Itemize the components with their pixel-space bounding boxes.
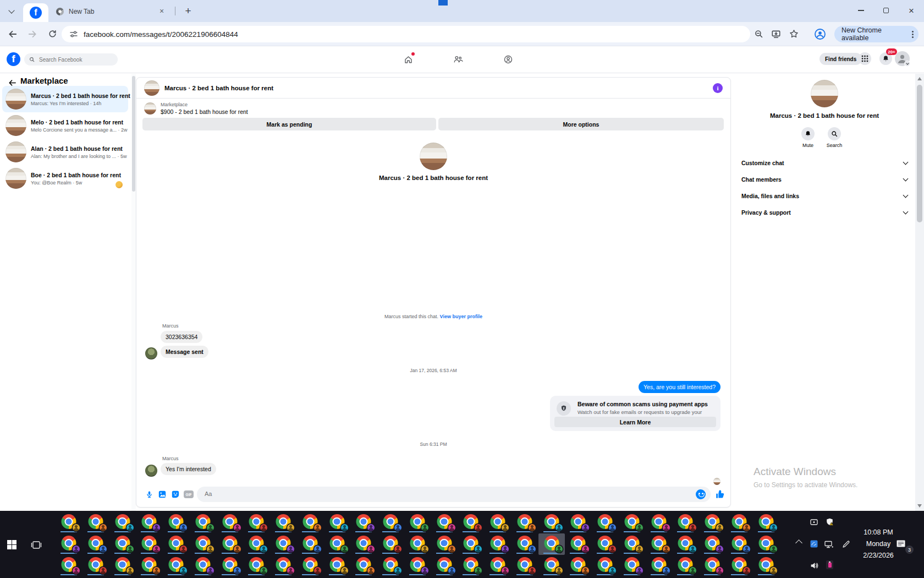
close-button[interactable]: × [899, 0, 924, 21]
taskbar-chrome-window[interactable] [726, 533, 752, 555]
taskbar-chrome-window[interactable] [377, 533, 404, 555]
taskbar-chrome-window[interactable] [243, 555, 270, 576]
taskbar-chrome-window[interactable] [190, 512, 216, 533]
taskbar-chrome-window[interactable] [753, 533, 779, 555]
message-input-pill[interactable] [197, 487, 711, 502]
back-button[interactable] [6, 27, 20, 41]
tray-network-icon[interactable] [824, 539, 834, 549]
start-button[interactable] [7, 540, 16, 549]
taskbar-chrome-window[interactable] [538, 533, 565, 555]
taskbar-chrome-window[interactable] [270, 555, 296, 576]
taskbar-chrome-window[interactable] [270, 533, 296, 555]
find-friends-button[interactable]: Find friends [820, 53, 862, 65]
taskbar-chrome-window[interactable] [431, 512, 458, 533]
taskbar-chrome-window[interactable] [82, 533, 109, 555]
taskbar-chrome-window[interactable] [136, 555, 162, 576]
taskbar-chrome-window[interactable] [592, 555, 618, 576]
taskbar-chrome-window[interactable] [512, 533, 538, 555]
message-input[interactable] [204, 490, 614, 498]
conversation-item[interactable]: Melo · 2 bed 1 bath house for rentMelo C… [2, 112, 128, 139]
section-customize-chat[interactable]: Customize chat [734, 155, 915, 171]
listing-summary[interactable]: Marketplace $900 - 2 bed 1 bath house fo… [144, 102, 248, 115]
taskbar-chrome-window[interactable] [56, 533, 82, 555]
mark-as-pending-button[interactable]: Mark as pending [142, 118, 436, 130]
taskbar-chrome-window[interactable] [485, 555, 511, 576]
taskbar-chrome-window[interactable] [163, 512, 189, 533]
conversation-item[interactable]: Boe · 2 bed 1 bath house for rentYou: @B… [2, 165, 128, 192]
maximize-button[interactable] [873, 0, 899, 21]
section-privacy-support[interactable]: Privacy & support [734, 204, 915, 221]
tray-app-icon[interactable] [810, 539, 818, 548]
forward-button[interactable] [25, 27, 40, 41]
scroll-down-arrow[interactable] [917, 504, 922, 508]
scrollbar-thumb[interactable] [132, 76, 135, 192]
taskbar-chrome-window[interactable] [190, 533, 216, 555]
taskbar-chrome-window[interactable] [619, 533, 645, 555]
taskbar-chrome-window[interactable] [672, 533, 698, 555]
taskbar-chrome-window[interactable] [672, 555, 698, 576]
conversation-item[interactable]: Alan · 2 bed 1 bath house for rentAlan: … [2, 139, 128, 165]
taskbar-chrome-window[interactable] [565, 533, 591, 555]
taskbar-chrome-window[interactable] [56, 512, 82, 533]
taskbar-chrome-window[interactable] [163, 555, 189, 576]
taskbar-chrome-window[interactable] [109, 555, 136, 576]
more-options-button[interactable]: More options [438, 118, 724, 130]
taskbar-chrome-window[interactable] [190, 555, 216, 576]
incoming-message-bubble[interactable]: 3023636354 [161, 331, 202, 343]
taskbar-chrome-window[interactable] [646, 533, 672, 555]
taskbar-chrome-window[interactable] [538, 512, 565, 533]
taskbar-chrome-window[interactable] [82, 512, 109, 533]
taskbar-chrome-window[interactable] [217, 533, 243, 555]
mute-button[interactable] [801, 127, 815, 140]
tray-display-icon[interactable] [810, 518, 818, 527]
taskbar-chrome-window[interactable] [592, 533, 618, 555]
taskbar-chrome-window[interactable] [699, 555, 725, 576]
taskbar-chrome-window[interactable] [109, 512, 136, 533]
outgoing-message-bubble[interactable]: Yes, are you still interested? [639, 381, 721, 393]
conversation-info-icon[interactable]: i [713, 83, 723, 93]
taskbar-chrome-window[interactable] [217, 512, 243, 533]
taskbar-chrome-window[interactable] [404, 533, 431, 555]
tab-search-button[interactable] [6, 6, 18, 18]
chrome-update-pill[interactable]: New Chrome available [834, 26, 919, 42]
sticker-button[interactable] [170, 489, 180, 499]
gif-button[interactable]: GIF [184, 490, 194, 498]
taskbar-chrome-window[interactable] [297, 512, 323, 533]
view-buyer-profile-link[interactable]: View buyer profile [440, 314, 482, 319]
taskbar-chrome-window[interactable] [243, 533, 270, 555]
zoom-button[interactable] [751, 27, 766, 41]
section-media-files-and-links[interactable]: Media, files and links [734, 188, 915, 204]
tray-pen-icon[interactable] [842, 540, 850, 549]
voice-clip-button[interactable] [144, 489, 154, 499]
like-button[interactable] [715, 489, 726, 500]
taskbar-chrome-window[interactable] [350, 555, 377, 576]
task-view-button[interactable] [31, 539, 42, 553]
emoji-picker-icon[interactable] [696, 489, 706, 499]
taskbar-chrome-window[interactable] [136, 533, 162, 555]
taskbar-chrome-window[interactable] [56, 555, 82, 576]
taskbar-chrome-window[interactable] [324, 533, 350, 555]
taskbar-chrome-window[interactable] [726, 512, 752, 533]
taskbar-chrome-window[interactable] [350, 512, 377, 533]
apps-menu-button[interactable] [859, 52, 871, 65]
search-input[interactable] [38, 56, 109, 63]
taskbar-chrome-window[interactable] [270, 512, 296, 533]
minimize-button[interactable] [848, 0, 873, 21]
taskbar-chrome-window[interactable] [82, 555, 109, 576]
taskbar-chrome-window[interactable] [109, 533, 136, 555]
taskbar-chrome-window[interactable] [458, 533, 484, 555]
incoming-message-bubble[interactable]: Message sent [161, 346, 208, 358]
tray-security-icon[interactable] [825, 517, 834, 527]
install-button[interactable] [769, 27, 783, 41]
taskbar-chrome-window[interactable] [619, 512, 645, 533]
taskbar-chrome-window[interactable] [753, 555, 779, 576]
tab-facebook-pinned[interactable] [23, 3, 48, 22]
taskbar-chrome-window[interactable] [458, 512, 484, 533]
taskbar-chrome-window[interactable] [485, 533, 511, 555]
taskbar-chrome-window[interactable] [538, 555, 565, 576]
taskbar-chrome-window[interactable] [726, 555, 752, 576]
scroll-up-arrow[interactable] [917, 77, 922, 80]
bookmark-button[interactable] [787, 27, 801, 41]
tray-volume-icon[interactable] [810, 561, 819, 570]
taskbar-chrome-window[interactable] [324, 512, 350, 533]
